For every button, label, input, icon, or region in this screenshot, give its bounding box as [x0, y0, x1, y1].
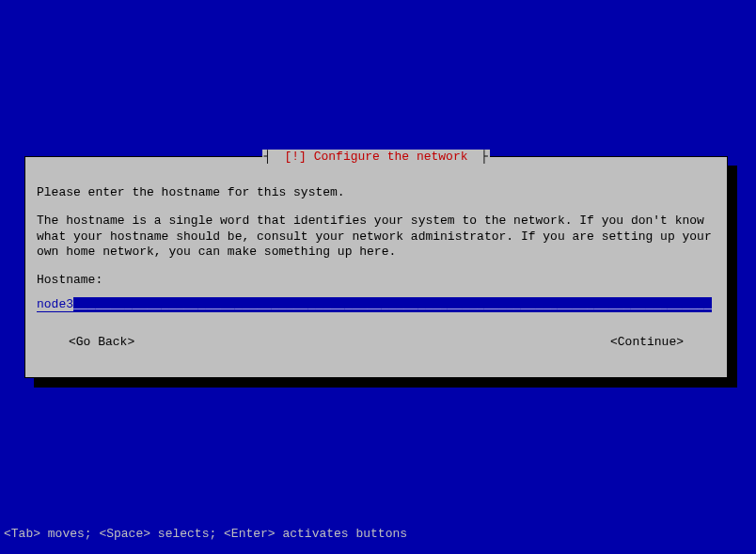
input-fill: ________________________________________…	[73, 297, 712, 311]
hostname-input[interactable]: node3___________________________________…	[37, 297, 712, 312]
dialog-title-row: ┤ [!] Configure the network ├	[25, 150, 727, 164]
configure-network-dialog: ┤ [!] Configure the network ├ Please ent…	[24, 156, 728, 378]
body-text: The hostname is a single word that ident…	[37, 214, 716, 260]
intro-text: Please enter the hostname for this syste…	[37, 185, 716, 200]
dialog-content: Please enter the hostname for this syste…	[25, 157, 727, 362]
continue-button[interactable]: <Continue>	[610, 335, 684, 350]
hostname-label: Hostname:	[37, 273, 716, 288]
dialog-buttons: <Go Back> <Continue>	[37, 335, 716, 350]
help-bar: <Tab> moves; <Space> selects; <Enter> ac…	[4, 527, 407, 541]
title-right-tee: ├	[472, 150, 491, 164]
title-left-tee: ┤	[262, 150, 281, 164]
hostname-value: node3	[37, 297, 73, 311]
dialog-title: [!] Configure the network	[280, 150, 471, 164]
go-back-button[interactable]: <Go Back>	[69, 335, 134, 350]
